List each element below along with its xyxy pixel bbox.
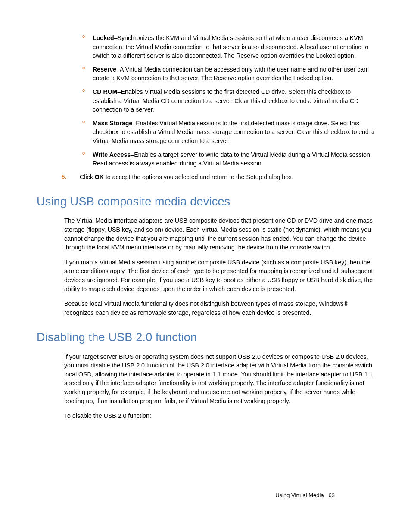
definition-text: –Enables Virtual Media sessions to the f… <box>93 88 358 113</box>
list-item: CD ROM–Enables Virtual Media sessions to… <box>82 87 374 114</box>
list-item: Write Access–Enables a target server to … <box>82 150 374 168</box>
list-item: Locked–Synchronizes the KVM and Virtual … <box>82 34 374 60</box>
numbered-step-list: 5. Click OK to accept the options you se… <box>62 173 374 182</box>
definition-text: –Enables Virtual Media sessions to the f… <box>93 120 374 144</box>
step-text-post: to accept the options you selected and r… <box>104 174 293 180</box>
heading-usb-composite: Using USB composite media devices <box>37 193 374 210</box>
term: Write Access <box>93 151 131 158</box>
body-paragraph: To disable the USB 2.0 function: <box>64 411 374 420</box>
list-item: Reserve–A Virtual Media connection can b… <box>82 65 374 83</box>
definition-text: –A Virtual Media connection can be acces… <box>93 66 367 82</box>
term: Mass Storage <box>93 120 132 127</box>
definition-text: –Synchronizes the KVM and Virtual Media … <box>93 34 368 59</box>
term: Locked <box>93 34 114 41</box>
step-number: 5. <box>62 173 66 181</box>
list-item: Mass Storage–Enables Virtual Media sessi… <box>82 119 374 146</box>
body-paragraph: If your target server BIOS or operating … <box>64 352 374 406</box>
body-paragraph: The Virtual Media interface adapters are… <box>64 216 374 252</box>
term: CD ROM <box>93 88 118 95</box>
body-paragraph: Because local Virtual Media functionalit… <box>64 299 374 317</box>
page-footer: Using Virtual Media 63 <box>275 492 335 500</box>
body-paragraph: If you map a Virtual Media session using… <box>64 258 374 293</box>
step-text-bold: OK <box>95 174 104 180</box>
list-item: 5. Click OK to accept the options you se… <box>62 173 374 182</box>
term: Reserve <box>93 66 116 73</box>
footer-page-number: 63 <box>329 492 335 498</box>
definition-text: –Enables a target server to write data t… <box>93 151 372 167</box>
step-text-pre: Click <box>80 174 95 180</box>
footer-section: Using Virtual Media <box>275 492 324 498</box>
option-definition-list: Locked–Synchronizes the KVM and Virtual … <box>82 34 374 168</box>
heading-disable-usb20: Disabling the USB 2.0 function <box>37 329 374 346</box>
